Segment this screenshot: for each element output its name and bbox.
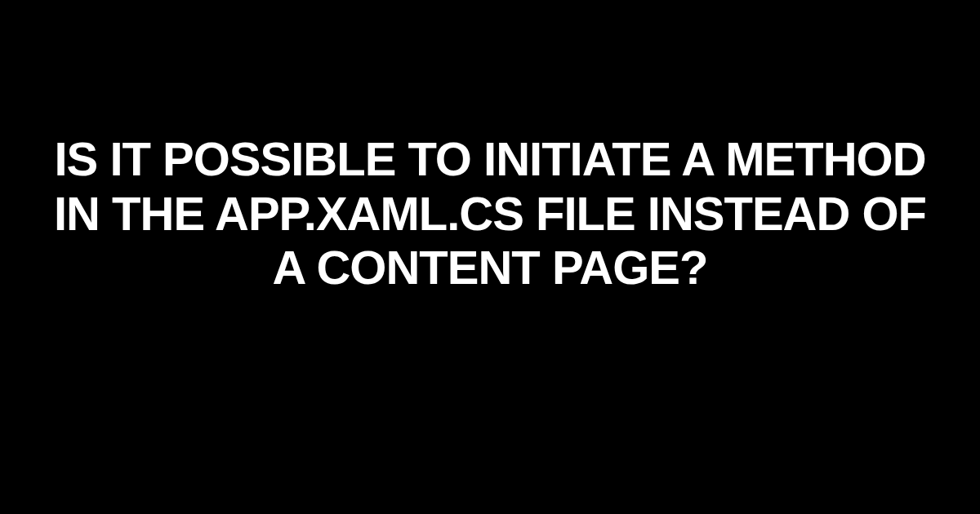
headline-text: IS IT POSSIBLE TO INITIATE A METHOD IN T… bbox=[41, 132, 939, 295]
